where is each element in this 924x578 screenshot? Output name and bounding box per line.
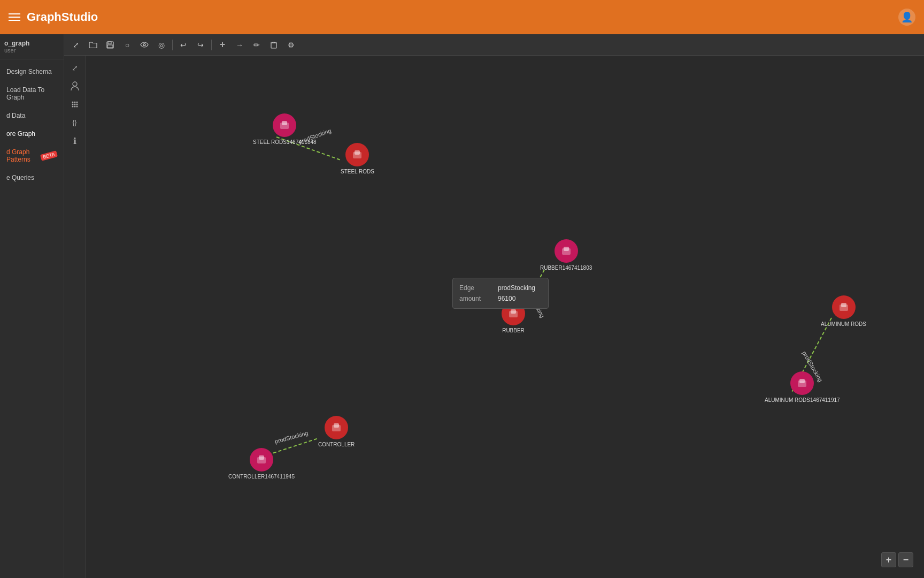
sidebar-item-graph-patterns[interactable]: d Graph Patterns BETA [0,143,64,169]
delete-button[interactable] [266,37,281,52]
graph-canvas[interactable]: prodStocking prodStocking prodStocking p… [86,56,924,578]
sidebar-user: user [4,47,59,54]
node-label: STEEL RODS1467411848 [253,139,317,145]
open-folder-button[interactable] [86,37,101,52]
tooltip-edge-key: Edge [459,284,491,292]
user-icon[interactable]: 👤 [898,9,915,26]
expand-button[interactable]: ⤢ [68,37,83,52]
sidebar-top: o_graph user [0,34,64,59]
top-header: GraphStudio 👤 [0,0,924,34]
node-label: CONTROLLER1467411945 [228,474,295,480]
save-button[interactable] [103,37,118,52]
redo-button[interactable]: ↪ [193,37,208,52]
svg-point-6 [72,102,73,103]
svg-point-12 [72,106,73,108]
add-button[interactable]: + [215,37,230,52]
node-circle [832,295,856,319]
svg-point-3 [143,44,145,46]
sidebar-item-design-schema-label: Design Schema [6,68,52,75]
side-icon-panel: ⤢ [64,56,86,578]
node-circle [790,371,814,395]
svg-point-13 [74,106,75,108]
left-sidebar: o_graph user Design Schema Load Data To … [0,34,64,578]
project-name: o_graph [4,40,59,47]
zoom-in-button[interactable]: + [881,552,896,567]
beta-badge: BETA [40,150,58,161]
edit-button[interactable]: ✏ [249,37,264,52]
node-circle [345,143,369,166]
tooltip-amount-value: 96100 [498,295,515,302]
svg-point-9 [72,104,73,105]
svg-rect-4 [271,43,276,48]
svg-rect-30 [511,309,516,314]
node-controller[interactable]: CONTROLLER [318,416,355,447]
node-label: RUBBER [502,328,525,333]
zoom-out-button[interactable]: − [898,552,913,567]
person-icon-btn[interactable] [67,78,83,94]
node-steel-rods-1467411848[interactable]: STEEL RODS1467411848 [253,113,317,145]
sidebar-item-graph-patterns-label: d Graph Patterns [6,148,37,163]
svg-point-5 [73,82,77,86]
sidebar-item-queries-label: e Queries [6,174,34,181]
node-rubber-1467411803[interactable]: RUBBER1467411803 [540,239,592,271]
undo-button[interactable]: ↩ [176,37,191,52]
expand-icon-btn[interactable]: ⤢ [67,60,83,76]
sidebar-item-load-data[interactable]: Load Data To Graph [0,81,64,107]
sidebar-item-design-schema[interactable]: Design Schema [0,63,64,81]
tooltip-amount-row: amount 96100 [459,293,542,304]
svg-point-11 [76,104,78,105]
eye-off-button[interactable]: ◎ [154,37,169,52]
node-circle [555,239,578,263]
header-left: GraphStudio [9,10,98,24]
zoom-controls: + − [881,552,913,567]
sidebar-item-explore-graph[interactable]: ore Graph [0,125,64,143]
content-area: ⤢ ○ ◎ ↩ [64,34,924,578]
node-steel-rods[interactable]: STEEL RODS [341,143,374,174]
sidebar-item-explore-data-label: d Data [6,112,25,119]
svg-rect-38 [259,455,264,460]
svg-text:prodStocking: prodStocking [274,430,309,445]
node-circle [273,113,296,137]
arrow-button[interactable]: → [232,37,247,52]
sidebar-item-explore-data[interactable]: d Data [0,107,64,125]
hamburger-button[interactable] [9,13,20,21]
svg-rect-2 [107,45,113,48]
node-controller-1467411945[interactable]: CONTROLLER1467411945 [228,448,295,480]
sidebar-items: Design Schema Load Data To Graph d Data … [0,59,64,190]
node-circle [325,416,348,439]
svg-point-14 [76,106,78,108]
toolbar-separator-2 [211,40,212,50]
svg-rect-32 [841,303,846,307]
node-label: ALUMINUM RODS [821,321,866,327]
svg-point-8 [76,102,78,103]
tooltip-edge-value: prodStocking [498,284,535,292]
sidebar-item-explore-graph-label: ore Graph [6,130,35,138]
svg-point-10 [74,104,75,105]
toolbar: ⤢ ○ ◎ ↩ [64,34,924,56]
eye-button[interactable] [137,37,152,52]
grid-icon-btn[interactable] [67,96,83,112]
node-label: ALUMINUM RODS1467411917 [765,397,840,403]
node-label: STEEL RODS [341,169,374,174]
node-aluminum-rods[interactable]: ALUMINUM RODS [821,295,866,327]
info-icon-btn[interactable]: ℹ [67,133,83,149]
header-right: 👤 [898,9,915,26]
toolbar-separator-1 [172,40,173,50]
tooltip-popup: Edge prodStocking amount 96100 [452,278,549,309]
app-logo: GraphStudio [27,10,98,24]
svg-rect-26 [355,150,360,155]
svg-rect-24 [282,121,287,125]
node-aluminum-rods-1467411917[interactable]: ALUMINUM RODS1467411917 [765,371,840,403]
main-layout: o_graph user Design Schema Load Data To … [0,34,924,578]
tooltip-amount-key: amount [459,295,491,302]
code-icon-btn[interactable]: {} [67,115,83,131]
sidebar-item-load-data-label: Load Data To Graph [6,86,57,101]
settings-button[interactable]: ⚙ [283,37,298,52]
middle-area: ⤢ [64,56,924,578]
svg-point-7 [74,102,75,103]
tooltip-edge-row: Edge prodStocking [459,283,542,293]
svg-rect-34 [799,379,805,383]
circle-button[interactable]: ○ [120,37,135,52]
node-label: CONTROLLER [318,442,355,447]
sidebar-item-queries[interactable]: e Queries [0,169,64,187]
